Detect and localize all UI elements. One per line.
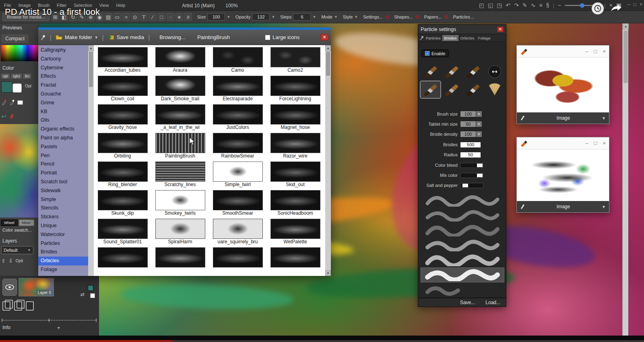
chevron-down-icon[interactable]: ▼: [476, 111, 482, 117]
particle-tab[interactable]: Particles: [424, 35, 442, 41]
delete-icon[interactable]: ✗: [10, 113, 14, 120]
pen-icon[interactable]: ✎: [522, 1, 527, 9]
category-item[interactable]: Stickers: [38, 213, 88, 222]
canvas-vertical-scrollbar[interactable]: ▲: [622, 23, 628, 336]
media-item[interactable]: Electraparade: [209, 74, 266, 102]
media-item[interactable]: Camo2: [266, 45, 324, 74]
color-mode-tab[interactable]: Bo: [23, 73, 31, 79]
bristle-density-value[interactable]: 100: [460, 131, 476, 137]
media-item[interactable]: Orbiting: [94, 131, 151, 160]
brush-preset-3[interactable]: [462, 62, 484, 81]
media-item[interactable]: Scratchy_lines: [151, 160, 209, 188]
stroke-preview-selected[interactable]: [421, 267, 504, 282]
chevron-down-icon[interactable]: ▼: [602, 116, 606, 120]
chevron-down-icon[interactable]: ▼: [602, 205, 606, 209]
tablet-min-size-value[interactable]: 50: [460, 121, 476, 127]
eyedropper-icon[interactable]: [520, 115, 525, 121]
layer-blend-dropdown[interactable]: Default ▼: [1, 246, 33, 254]
make-folder-button[interactable]: Make folder ▼: [56, 34, 98, 40]
canvas-preview-thumbnail[interactable]: [0, 124, 39, 218]
airbrush-icon[interactable]: ⊙: [131, 13, 139, 21]
chevron-down-icon[interactable]: ▼: [271, 15, 275, 19]
media-item[interactable]: WetPalette: [266, 217, 324, 245]
category-item[interactable]: Simple: [38, 195, 88, 204]
minimize-icon[interactable]: –: [585, 48, 588, 54]
eyedropper-icon[interactable]: [520, 204, 525, 209]
media-item[interactable]: Magnet_hose: [266, 102, 324, 131]
image-window-titlebar[interactable]: – □ ×: [517, 46, 609, 58]
mode-dropdown[interactable]: Mode ▼: [321, 15, 337, 19]
media-item[interactable]: Camo: [209, 45, 266, 74]
radius-input[interactable]: 50: [460, 152, 481, 158]
category-item[interactable]: Oils: [38, 116, 88, 125]
media-item[interactable]: PaintingBrush: [151, 131, 209, 160]
category-item[interactable]: Unique: [38, 222, 88, 230]
close-button[interactable]: ✕: [320, 34, 328, 41]
brush-preset-5-selected[interactable]: [420, 81, 441, 99]
category-item[interactable]: Paint on alpha: [38, 134, 88, 143]
chevron-down-icon[interactable]: ▼: [476, 131, 482, 137]
category-item[interactable]: Effects: [38, 72, 88, 81]
brush-preset-1[interactable]: [420, 62, 441, 81]
eraser-icon[interactable]: ▭: [114, 13, 121, 21]
size-value[interactable]: 100: [207, 13, 225, 21]
media-item[interactable]: [266, 245, 324, 274]
media-item[interactable]: uare_squirrely_bru: [209, 217, 266, 245]
opacity-value[interactable]: 132: [252, 13, 270, 21]
minimize-icon[interactable]: –: [585, 140, 588, 146]
color-bleed-slider[interactable]: [460, 163, 483, 168]
stroke-preview[interactable]: [421, 238, 504, 253]
zoom-slider[interactable]: [565, 5, 594, 6]
redo-icon[interactable]: ↷: [514, 1, 519, 9]
image-window-titlebar[interactable]: – □ ×: [517, 137, 609, 149]
chevron-down-icon[interactable]: ▼: [227, 15, 230, 19]
steps-value[interactable]: 6: [293, 13, 311, 21]
video-progress-track[interactable]: [0, 340, 644, 342]
enable-toggle[interactable]: ✓ Enable: [421, 50, 449, 57]
media-item[interactable]: Simple_twirl: [209, 160, 266, 188]
move-layer-up-icon[interactable]: ⇧: [1, 258, 6, 264]
text-tool-icon[interactable]: T: [140, 13, 148, 21]
slider-thumb[interactable]: [477, 164, 483, 167]
settings-button[interactable]: Settings...: [363, 15, 389, 19]
particle-tab[interactable]: Orbicles: [459, 35, 476, 41]
bristles-input[interactable]: 500: [460, 142, 481, 148]
color-swatch-label[interactable]: Color swatch...: [2, 228, 32, 232]
category-item[interactable]: Calligraphy: [38, 46, 88, 55]
restore-icon[interactable]: □: [594, 140, 597, 146]
zoom-slider-thumb[interactable]: [580, 3, 584, 8]
stroke-direction-control[interactable]: [488, 65, 501, 78]
info-label[interactable]: Info: [2, 325, 10, 330]
scrollbar-thumb[interactable]: [326, 52, 330, 76]
media-item[interactable]: ForceLightning: [266, 74, 324, 102]
undo-icon[interactable]: ↶: [506, 1, 511, 9]
image-preview[interactable]: [517, 58, 609, 112]
chevron-down-icon[interactable]: ▼: [312, 15, 316, 19]
media-item[interactable]: SmoothSmear: [209, 188, 266, 217]
add-icon[interactable]: +: [57, 325, 60, 331]
video-title-overlay[interactable]: PD Artist 10 - a first look: [5, 7, 100, 17]
eyedropper-alt-icon[interactable]: [9, 99, 15, 106]
scrollbar-thumb[interactable]: [89, 52, 93, 87]
hue-gradient-picker[interactable]: [1, 45, 38, 61]
move-layer-down-icon[interactable]: ⇩: [8, 258, 13, 264]
menu-item[interactable]: Help: [116, 3, 125, 8]
restore-icon[interactable]: □: [634, 2, 636, 7]
category-item[interactable]: Bristles: [38, 248, 88, 257]
category-item[interactable]: Foliage: [38, 265, 88, 274]
slider-thumb[interactable]: [462, 184, 468, 187]
foreground-swatch[interactable]: [88, 285, 93, 291]
category-item[interactable]: Cartoony: [38, 55, 88, 64]
grid-scrollbar[interactable]: ▲ ▼: [325, 45, 331, 276]
background-swatch[interactable]: [90, 293, 95, 298]
large-icons-toggle[interactable]: Large icons: [265, 34, 299, 40]
save-button[interactable]: Save...: [460, 300, 475, 305]
stroke-preview[interactable]: [421, 253, 504, 267]
copy-layer-icon[interactable]: [14, 301, 22, 311]
category-scrollbar[interactable]: ▲: [88, 45, 94, 276]
secondary-color-well[interactable]: [12, 83, 22, 93]
category-item[interactable]: Sidewalk: [38, 187, 88, 195]
brush-preset-6[interactable]: [441, 81, 462, 99]
particle-tab[interactable]: Bristles: [442, 35, 458, 41]
pin-icon[interactable]: [420, 36, 424, 40]
